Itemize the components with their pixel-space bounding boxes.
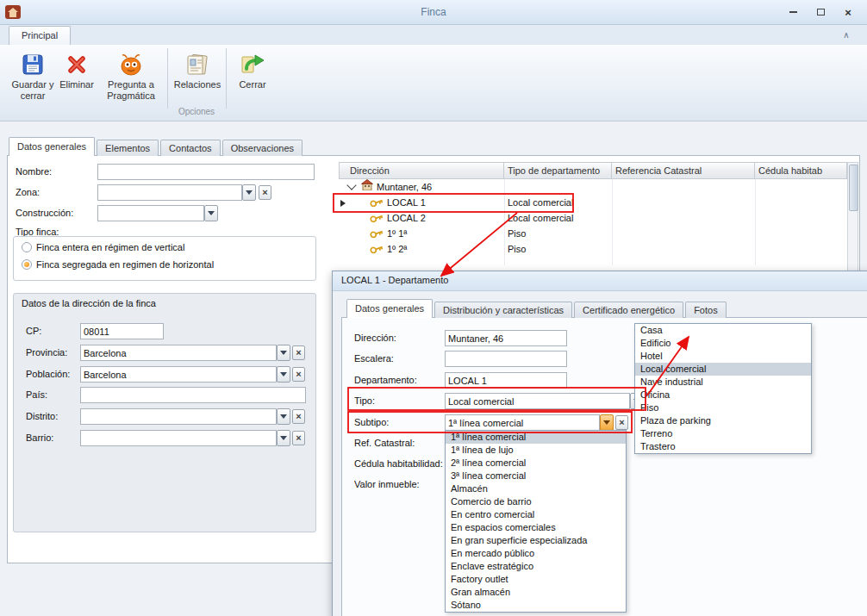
tipo-option[interactable]: Trastero [635, 440, 811, 453]
tipo-option[interactable]: Local comercial [635, 363, 811, 376]
tipo-option[interactable]: Oficina [635, 389, 811, 401]
subtipo-option[interactable]: En centro comercial [446, 508, 626, 521]
column-header-cedula[interactable]: Cédula habitab [755, 162, 847, 179]
escalera-input[interactable] [445, 351, 567, 367]
column-header-ref-catastral[interactable]: Referencia Catastral [612, 162, 755, 179]
subtipo-option[interactable]: 1ª línea comercial [446, 431, 626, 444]
barrio-label: Barrio: [26, 432, 53, 443]
construccion-dropdown-button[interactable] [204, 205, 218, 221]
subtipo-clear-button[interactable]: × [615, 415, 628, 430]
subtipo-dropdown-button[interactable] [600, 414, 614, 431]
provincia-clear-button[interactable]: × [292, 345, 305, 360]
grid-line [755, 179, 756, 265]
provincia-dropdown-button[interactable] [277, 345, 290, 361]
dialog-titlebar[interactable]: LOCAL 1 - Departamento [333, 271, 867, 291]
subtipo-option[interactable]: Enclave estratégico [446, 560, 626, 573]
column-header-tipo[interactable]: Tipo de departamento [504, 162, 612, 179]
construccion-input[interactable] [97, 205, 204, 221]
dialog-tab-certificado[interactable]: Certificado energético [574, 302, 683, 318]
subtipo-option[interactable]: 3ª línea comercial [446, 470, 626, 482]
column-header-direccion[interactable]: Dirección [346, 162, 504, 179]
tipo-option[interactable]: Casa [635, 324, 811, 337]
tab-datos-generales[interactable]: Datos generales [9, 137, 95, 156]
delete-button[interactable]: Eliminar [57, 47, 97, 113]
ask-pragmatica-button[interactable]: Pregunta a Pragmática [98, 47, 164, 113]
provincia-input[interactable] [80, 345, 277, 361]
tipo-option[interactable]: Plaza de parking [635, 414, 811, 427]
save-close-button[interactable]: Guardar y cerrar [10, 47, 55, 113]
direccion-input[interactable] [445, 330, 567, 346]
radio-finca-vertical[interactable] [22, 242, 32, 252]
close-form-button[interactable]: Cerrar [231, 47, 274, 113]
radio-finca-horizontal[interactable] [22, 259, 32, 270]
table-row-tipo[interactable]: Piso [508, 244, 526, 254]
ribbon-tab-principal[interactable]: Principal [9, 26, 71, 45]
subtipo-option[interactable]: 1ª línea de lujo [446, 444, 626, 457]
barrio-dropdown-button[interactable] [277, 430, 290, 446]
departamento-dialog: LOCAL 1 - Departamento Datos generales D… [332, 271, 867, 616]
table-row-tipo[interactable]: Piso [508, 228, 526, 239]
dialog-tab-distribucion[interactable]: Distribución y características [434, 302, 572, 318]
zona-input[interactable] [97, 184, 242, 201]
poblacion-dropdown-button[interactable] [277, 366, 290, 383]
tipo-option[interactable]: Hotel [635, 350, 811, 363]
dialog-tab-fotos[interactable]: Fotos [685, 302, 727, 318]
table-group-row[interactable]: Muntaner, 46 [377, 182, 432, 192]
dialog-tab-datos-generales[interactable]: Datos generales [346, 299, 433, 318]
tipo-dropdown-list: Casa Edificio Hotel Local comercial Nave… [634, 323, 812, 454]
close-button[interactable]: × [841, 6, 855, 18]
tab-contactos[interactable]: Contactos [160, 140, 221, 156]
nombre-input[interactable] [97, 164, 315, 180]
subtipo-option[interactable]: En gran superficie especializada [446, 534, 626, 547]
table-row-name[interactable]: LOCAL 1 [387, 197, 426, 208]
subtipo-option[interactable]: Sótano [446, 599, 626, 612]
table-row-name[interactable]: LOCAL 2 [387, 213, 426, 223]
app-icon[interactable] [5, 5, 21, 19]
tipo-option[interactable]: Nave industrial [635, 376, 811, 389]
barrio-input[interactable] [80, 430, 277, 446]
poblacion-input[interactable] [80, 366, 277, 383]
table-row-tipo[interactable]: Local comercial [508, 213, 573, 223]
subtipo-option[interactable]: Comercio de barrio [446, 495, 626, 508]
poblacion-clear-button[interactable]: × [292, 367, 305, 382]
ribbon-collapse-icon[interactable]: ∧ [839, 29, 853, 42]
subtipo-option[interactable]: Factory outlet [446, 573, 626, 586]
table-row-tipo[interactable]: Local comercial [508, 197, 573, 208]
zona-dropdown-button[interactable] [242, 184, 256, 201]
subtipo-input[interactable] [445, 414, 600, 431]
distrito-clear-button[interactable]: × [292, 409, 305, 424]
table-row-name[interactable]: 1º 2ª [387, 244, 407, 254]
tab-observaciones[interactable]: Observaciones [222, 140, 303, 156]
zona-clear-button[interactable]: × [259, 185, 271, 200]
ribbon: Guardar y cerrar Eliminar Pregunta a Pra… [0, 45, 867, 121]
ribbon-group-label: Opciones [169, 107, 224, 116]
escalera-label: Escalera: [354, 353, 394, 364]
subtipo-option[interactable]: Gran almacén [446, 586, 626, 599]
restore-button[interactable] [814, 6, 827, 18]
delete-label: Eliminar [59, 79, 94, 90]
relations-button[interactable]: Relaciones [172, 47, 222, 113]
subtipo-option[interactable]: Almacén [446, 482, 626, 495]
barrio-clear-button[interactable]: × [292, 431, 305, 445]
nombre-label: Nombre: [16, 166, 52, 177]
tipo-option[interactable]: Terreno [635, 427, 811, 440]
departamento-input[interactable] [445, 372, 567, 389]
save-close-label: Guardar y cerrar [10, 79, 55, 102]
distrito-input[interactable] [80, 408, 277, 425]
table-scrollbar-thumb[interactable] [849, 165, 858, 211]
cp-input[interactable] [80, 323, 164, 339]
subtipo-option[interactable]: En espacios comerciales [446, 521, 626, 534]
tipo-option[interactable]: Edificio [635, 337, 811, 350]
pais-label: País: [26, 389, 47, 400]
subtipo-option[interactable]: 2ª línea comercial [446, 457, 626, 470]
tipo-input[interactable] [445, 393, 630, 409]
titlebar: Finca × [0, 0, 867, 25]
table-row-name[interactable]: 1º 1ª [387, 228, 407, 239]
subtipo-option[interactable]: En mercado público [446, 547, 626, 560]
pais-input[interactable] [80, 387, 306, 403]
current-row-indicator [340, 200, 346, 207]
distrito-dropdown-button[interactable] [277, 408, 290, 425]
minimize-button[interactable] [786, 6, 800, 18]
tab-elementos[interactable]: Elementos [97, 140, 159, 156]
tipo-option[interactable]: Piso [635, 401, 811, 414]
